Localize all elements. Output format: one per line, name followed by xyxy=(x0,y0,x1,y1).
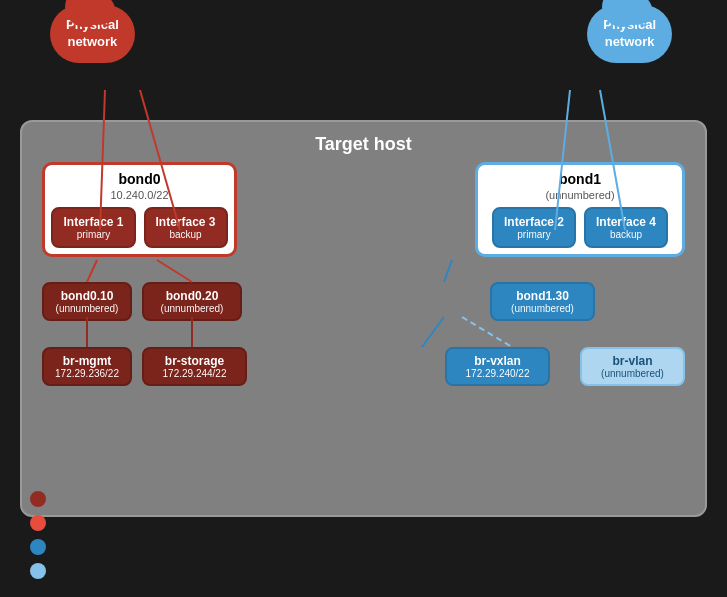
interface4-sub: backup xyxy=(596,229,656,240)
bond1-name: bond1 xyxy=(484,171,676,187)
bond1-subtitle: (unnumbered) xyxy=(484,189,676,201)
legend-item-1 xyxy=(30,491,46,507)
interface2-sub: primary xyxy=(504,229,564,240)
bond010-sub: (unnumbered) xyxy=(54,303,120,314)
bond020-sub: (unnumbered) xyxy=(154,303,230,314)
bond020-name: bond0.20 xyxy=(166,289,219,303)
br-storage-sub: 172.29.244/22 xyxy=(154,368,235,379)
br-vxlan-box: br-vxlan 172.29.240/22 xyxy=(445,347,550,386)
bond010-box: bond0.10 (unnumbered) xyxy=(42,282,132,321)
br-mgmt-box: br-mgmt 172.29.236/22 xyxy=(42,347,132,386)
cloud-left: Physicalnetwork xyxy=(50,5,135,63)
legend-dot-red xyxy=(30,515,46,531)
legend-dot-light-blue xyxy=(30,563,46,579)
svg-line-6 xyxy=(444,260,452,282)
svg-line-4 xyxy=(422,317,444,347)
br-vlan-box: br-vlan (unnumbered) xyxy=(580,347,685,386)
cloud-left-label: Physicalnetwork xyxy=(50,5,135,63)
interface4-btn: Interface 4 backup xyxy=(584,207,668,248)
interface1-sub: primary xyxy=(63,229,123,240)
target-host-title: Target host xyxy=(315,134,412,155)
interface1-btn: Interface 1 primary xyxy=(51,207,135,248)
br-storage-box: br-storage 172.29.244/22 xyxy=(142,347,247,386)
br-vxlan-sub: 172.29.240/22 xyxy=(457,368,538,379)
svg-line-1 xyxy=(157,260,192,282)
interface1-label: Interface 1 xyxy=(63,215,123,229)
br-vlan-name: br-vlan xyxy=(612,354,652,368)
bond130-box: bond1.30 (unnumbered) xyxy=(490,282,595,321)
bond020-box: bond0.20 (unnumbered) xyxy=(142,282,242,321)
interface4-label: Interface 4 xyxy=(596,215,656,229)
interface2-btn: Interface 2 primary xyxy=(492,207,576,248)
legend xyxy=(30,491,46,587)
br-vxlan-name: br-vxlan xyxy=(474,354,521,368)
bond130-sub: (unnumbered) xyxy=(502,303,583,314)
br-mgmt-name: br-mgmt xyxy=(63,354,112,368)
cloud-right: Physicalnetwork xyxy=(587,5,672,63)
br-storage-name: br-storage xyxy=(165,354,224,368)
target-host-container: Target host bond0 10.240.0/22 Interface … xyxy=(20,120,707,517)
bond010-name: bond0.10 xyxy=(61,289,114,303)
bond0-subtitle: 10.240.0/22 xyxy=(51,189,228,201)
br-mgmt-sub: 172.29.236/22 xyxy=(54,368,120,379)
svg-line-5 xyxy=(462,317,512,347)
bond130-name: bond1.30 xyxy=(516,289,569,303)
legend-item-4 xyxy=(30,563,46,579)
legend-item-3 xyxy=(30,539,46,555)
cloud-right-label: Physicalnetwork xyxy=(587,5,672,63)
bond0-box: bond0 10.240.0/22 Interface 1 primary In… xyxy=(42,162,237,257)
bond0-name: bond0 xyxy=(51,171,228,187)
legend-dot-dark-red xyxy=(30,491,46,507)
legend-dot-blue xyxy=(30,539,46,555)
svg-line-0 xyxy=(87,260,97,282)
bond1-box: bond1 (unnumbered) Interface 2 primary I… xyxy=(475,162,685,257)
interface3-label: Interface 3 xyxy=(156,215,216,229)
interface3-btn: Interface 3 backup xyxy=(144,207,228,248)
interface3-sub: backup xyxy=(156,229,216,240)
legend-item-2 xyxy=(30,515,46,531)
br-vlan-sub: (unnumbered) xyxy=(592,368,673,379)
interface2-label: Interface 2 xyxy=(504,215,564,229)
